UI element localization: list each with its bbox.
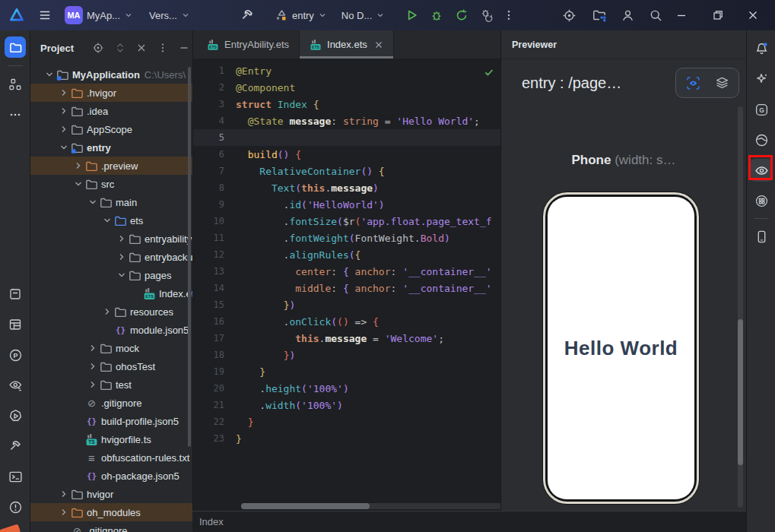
code-line-5[interactable]: 5 [193, 129, 500, 146]
select-opened-file-icon[interactable] [92, 42, 104, 54]
inspect-mode-button[interactable] [678, 70, 707, 96]
expand-collapse-icon[interactable] [115, 42, 125, 54]
chevron-down-icon[interactable] [43, 68, 56, 81]
code-line-22[interactable]: 22 } [193, 413, 500, 430]
translation-button[interactable] [747, 185, 775, 216]
hide-panel-icon[interactable] [179, 43, 189, 53]
tree-item-entryability[interactable]: entryability [30, 230, 192, 248]
todo-tool-button[interactable] [0, 279, 30, 309]
multi-preview-layers-button[interactable] [707, 70, 736, 96]
chevron-right-icon[interactable] [58, 488, 70, 500]
problems-p-button[interactable]: P [0, 340, 30, 370]
module-selector[interactable]: entry [275, 8, 327, 22]
previewer-scrollbar-thumb[interactable] [738, 319, 743, 465]
more-actions-button[interactable] [503, 9, 515, 21]
code-line-1[interactable]: 1@Entry [193, 62, 500, 79]
tree-item-ets[interactable]: ets [30, 211, 192, 230]
tree-item-mock[interactable]: mock [30, 339, 192, 357]
more-tool-windows-button[interactable] [0, 100, 30, 130]
tree-item-index-ets[interactable]: ETSIndex.ets [30, 284, 192, 302]
project-scrollbar[interactable] [188, 67, 191, 447]
code-line-8[interactable]: 8 Text(this.message) [193, 179, 500, 196]
chevron-down-icon[interactable] [58, 141, 70, 154]
tree-item-myapplication[interactable]: MyApplicationC:\Users\ [30, 65, 192, 84]
run-tool-button[interactable] [0, 401, 30, 431]
attach-debugger-button[interactable] [480, 8, 494, 22]
tree-item--gitignore[interactable]: ⊘.gitignore [30, 521, 192, 532]
project-structure-button[interactable] [592, 8, 607, 23]
chevron-down-icon[interactable] [116, 269, 128, 281]
code-line-6[interactable]: 6 build() { [193, 146, 500, 163]
code-area[interactable]: 1@Entry2@Component3struct Index {4 @Stat… [193, 59, 500, 505]
code-line-16[interactable]: 16 .onClick(() => { [193, 313, 500, 330]
code-line-12[interactable]: 12 .alignRules({ [193, 246, 500, 263]
tree-item-src[interactable]: src [30, 175, 192, 193]
tree-item-oh-modules[interactable]: oh_modules [30, 503, 192, 521]
device-manager-button[interactable] [747, 221, 775, 252]
code-line-3[interactable]: 3struct Index { [193, 96, 500, 112]
chevron-down-icon[interactable] [87, 196, 99, 208]
run-button[interactable] [405, 8, 418, 22]
chevron-right-icon[interactable] [87, 360, 99, 372]
tree-item-ohostest[interactable]: ohosTest [30, 357, 192, 375]
collapse-all-icon[interactable] [136, 43, 147, 53]
project-tool-button[interactable] [0, 32, 30, 62]
code-line-9[interactable]: 9 .id('HelloWorld') [193, 196, 500, 213]
build-hammer-icon[interactable] [240, 8, 255, 23]
chevron-right-icon[interactable] [116, 233, 128, 245]
code-line-15[interactable]: 15 }) [193, 296, 500, 313]
problems-tool-button[interactable] [0, 492, 30, 522]
chevron-down-icon[interactable] [72, 178, 84, 190]
tree-item-oh-package-json5[interactable]: {}oh-package.json5 [30, 467, 192, 485]
code-line-4[interactable]: 4 @State message: string = 'Hello World'… [193, 112, 500, 129]
inspection-ok-icon[interactable] [484, 67, 494, 78]
tree-item-module-json5[interactable]: {}module.json5 [30, 321, 192, 339]
tree-item--preview[interactable]: .preview [30, 157, 192, 175]
restore-button[interactable] [707, 5, 729, 26]
search-everywhere-button[interactable] [649, 8, 663, 23]
chevron-right-icon[interactable] [58, 506, 70, 518]
chevron-right-icon[interactable] [101, 306, 113, 318]
code-line-14[interactable]: 14 middle: { anchor: '__container__' [193, 280, 500, 296]
chevron-right-icon[interactable] [58, 87, 70, 99]
code-line-19[interactable]: 19 } [193, 363, 500, 380]
panel-options-icon[interactable] [157, 43, 168, 53]
codegenie-button[interactable]: G [747, 94, 775, 125]
tab-entryability[interactable]: ETS EntryAbility.ets [197, 30, 300, 59]
rerun-button[interactable] [455, 8, 468, 22]
code-line-17[interactable]: 17 this.message = 'Welcome'; [193, 330, 500, 347]
tree-item-hvigorfile-ts[interactable]: TShvigorfile.ts [30, 430, 192, 448]
tree-item-pages[interactable]: pages [30, 266, 192, 284]
chevron-right-icon[interactable] [116, 251, 128, 263]
tree-item-test[interactable]: test [30, 375, 192, 394]
layout-inspector-button[interactable] [0, 309, 30, 340]
tree-item-build-profile-json5[interactable]: {}build-profile.json5 [30, 412, 192, 430]
vcs-branch-selector[interactable]: Vers... [149, 10, 190, 21]
code-line-23[interactable]: 23} [193, 430, 500, 447]
chevron-right-icon[interactable] [87, 342, 99, 354]
tree-item--hvigor[interactable]: .hvigor [30, 84, 192, 102]
tree-item--idea[interactable]: .idea [30, 102, 192, 120]
tree-item-entry[interactable]: entry [30, 138, 192, 157]
code-line-18[interactable]: 18 }) [193, 347, 500, 363]
editor-hscrollbar-thumb[interactable] [241, 503, 370, 509]
close-tab-icon[interactable] [374, 40, 383, 49]
build-tool-button[interactable] [0, 431, 30, 461]
terminal-tool-button[interactable] [0, 461, 30, 492]
debug-button[interactable] [430, 8, 443, 22]
tree-item-hvigor[interactable]: hvigor [30, 485, 192, 503]
ai-assistant-button[interactable] [747, 64, 775, 94]
tree-item-resources[interactable]: resources [30, 302, 192, 321]
locate-device-button[interactable] [562, 8, 576, 23]
code-line-7[interactable]: 7 RelativeContainer() { [193, 163, 500, 179]
code-line-2[interactable]: 2@Component [193, 79, 500, 96]
minimize-button[interactable] [671, 5, 692, 26]
project-selector[interactable]: MA MyAp... [65, 6, 133, 24]
main-menu-button[interactable] [38, 8, 52, 22]
profile-button[interactable] [621, 8, 635, 23]
tree-item-obfuscation-rules-txt[interactable]: ≡obfuscation-rules.txt [30, 448, 192, 467]
tree-item--gitignore[interactable]: ⊘.gitignore [30, 394, 192, 412]
code-line-21[interactable]: 21 .width('100%') [193, 397, 500, 413]
device-selector[interactable]: No D... [341, 10, 385, 21]
chevron-right-icon[interactable] [58, 105, 70, 117]
